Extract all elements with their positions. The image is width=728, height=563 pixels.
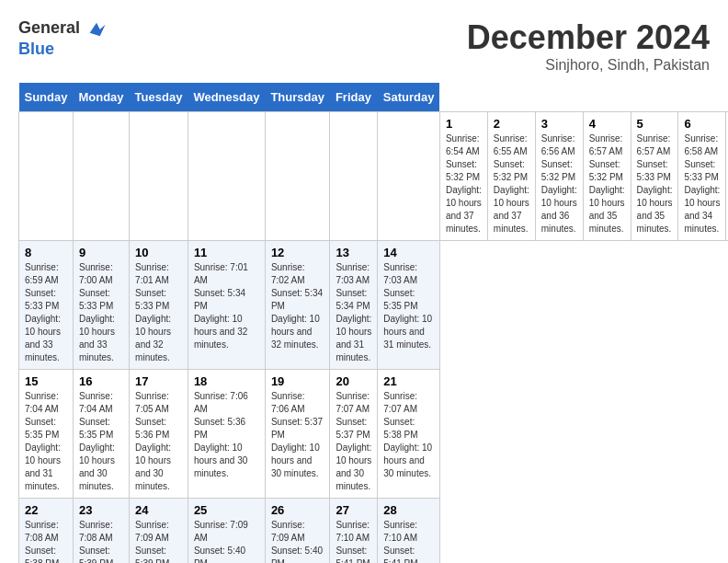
table-row: 16Sunrise: 7:04 AMSunset: 5:35 PMDayligh… xyxy=(73,370,129,499)
table-row: 18Sunrise: 7:06 AMSunset: 5:36 PMDayligh… xyxy=(188,370,265,499)
table-row: 5Sunrise: 6:57 AMSunset: 5:33 PMDaylight… xyxy=(631,112,678,241)
day-info: Sunrise: 6:54 AMSunset: 5:32 PMDaylight:… xyxy=(446,132,482,236)
table-row: 2Sunrise: 6:55 AMSunset: 5:32 PMDaylight… xyxy=(487,112,535,241)
table-row: 13Sunrise: 7:03 AMSunset: 5:34 PMDayligh… xyxy=(330,241,378,370)
logo: General Blue xyxy=(18,18,107,59)
day-number: 17 xyxy=(135,374,182,388)
day-info: Sunrise: 6:57 AMSunset: 5:32 PMDaylight:… xyxy=(589,132,625,236)
day-number: 9 xyxy=(79,246,123,259)
day-number: 23 xyxy=(79,503,123,517)
day-number: 19 xyxy=(271,374,324,388)
table-row: 3Sunrise: 6:56 AMSunset: 5:32 PMDaylight… xyxy=(535,112,583,241)
day-info: Sunrise: 7:10 AMSunset: 5:41 PMDaylight:… xyxy=(336,519,371,563)
day-number: 21 xyxy=(383,374,434,388)
day-info: Sunrise: 7:07 AMSunset: 5:38 PMDaylight:… xyxy=(383,390,434,480)
svg-marker-0 xyxy=(89,22,105,36)
day-number: 28 xyxy=(383,503,434,517)
logo-blue-text: Blue xyxy=(18,40,107,59)
col-wednesday: Wednesday xyxy=(188,83,265,112)
col-sunday: Sunday xyxy=(19,83,74,112)
col-monday: Monday xyxy=(73,83,129,112)
day-number: 24 xyxy=(135,503,182,517)
logo-bird-icon xyxy=(86,19,107,40)
day-number: 3 xyxy=(541,117,577,131)
day-info: Sunrise: 7:03 AMSunset: 5:34 PMDaylight:… xyxy=(336,261,371,364)
logo-general: General xyxy=(18,18,107,40)
header-row: Sunday Monday Tuesday Wednesday Thursday… xyxy=(19,83,729,112)
logo-general-text: General xyxy=(18,18,80,37)
day-info: Sunrise: 7:07 AMSunset: 5:37 PMDaylight:… xyxy=(336,390,371,493)
day-number: 8 xyxy=(25,246,67,259)
calendar-week-row: 22Sunrise: 7:08 AMSunset: 5:38 PMDayligh… xyxy=(19,499,729,564)
calendar-table: Sunday Monday Tuesday Wednesday Thursday… xyxy=(18,83,728,563)
day-number: 25 xyxy=(194,503,259,517)
table-row xyxy=(19,112,74,241)
table-row: 11Sunrise: 7:01 AMSunset: 5:34 PMDayligh… xyxy=(188,241,265,370)
day-info: Sunrise: 6:59 AMSunset: 5:33 PMDaylight:… xyxy=(25,261,67,364)
table-row xyxy=(188,112,265,241)
day-info: Sunrise: 6:55 AMSunset: 5:32 PMDaylight:… xyxy=(494,132,529,236)
day-info: Sunrise: 7:10 AMSunset: 5:41 PMDaylight:… xyxy=(383,519,434,563)
day-number: 20 xyxy=(336,374,371,388)
calendar-week-row: 1Sunrise: 6:54 AMSunset: 5:32 PMDaylight… xyxy=(19,112,729,241)
day-info: Sunrise: 7:08 AMSunset: 5:39 PMDaylight:… xyxy=(79,519,123,563)
day-number: 6 xyxy=(684,117,720,131)
day-info: Sunrise: 7:09 AMSunset: 5:39 PMDaylight:… xyxy=(135,519,182,563)
day-info: Sunrise: 6:56 AMSunset: 5:32 PMDaylight:… xyxy=(541,132,577,236)
table-row: 26Sunrise: 7:09 AMSunset: 5:40 PMDayligh… xyxy=(265,499,330,564)
day-number: 18 xyxy=(194,374,259,388)
table-row: 24Sunrise: 7:09 AMSunset: 5:39 PMDayligh… xyxy=(130,499,188,564)
day-info: Sunrise: 7:09 AMSunset: 5:40 PMDaylight:… xyxy=(271,519,324,563)
table-row: 10Sunrise: 7:01 AMSunset: 5:33 PMDayligh… xyxy=(130,241,188,370)
day-number: 5 xyxy=(637,117,673,131)
table-row: 22Sunrise: 7:08 AMSunset: 5:38 PMDayligh… xyxy=(19,499,74,564)
table-row: 14Sunrise: 7:03 AMSunset: 5:35 PMDayligh… xyxy=(378,241,440,370)
day-number: 1 xyxy=(446,117,482,131)
table-row xyxy=(378,112,440,241)
day-info: Sunrise: 7:04 AMSunset: 5:35 PMDaylight:… xyxy=(25,390,67,493)
table-row: 6Sunrise: 6:58 AMSunset: 5:33 PMDaylight… xyxy=(678,112,726,241)
col-thursday: Thursday xyxy=(265,83,330,112)
location-title: Sinjhoro, Sindh, Pakistan xyxy=(467,57,710,74)
day-number: 15 xyxy=(25,374,67,388)
table-row xyxy=(330,112,378,241)
day-number: 22 xyxy=(25,503,67,517)
day-info: Sunrise: 7:01 AMSunset: 5:33 PMDaylight:… xyxy=(135,261,182,364)
table-row: 27Sunrise: 7:10 AMSunset: 5:41 PMDayligh… xyxy=(330,499,378,564)
logo-text: General Blue xyxy=(18,18,107,59)
day-info: Sunrise: 7:08 AMSunset: 5:38 PMDaylight:… xyxy=(25,519,67,563)
day-number: 26 xyxy=(271,503,324,517)
day-number: 4 xyxy=(589,117,625,131)
day-number: 12 xyxy=(271,246,324,259)
calendar-week-row: 15Sunrise: 7:04 AMSunset: 5:35 PMDayligh… xyxy=(19,370,729,499)
day-info: Sunrise: 7:00 AMSunset: 5:33 PMDaylight:… xyxy=(79,261,123,364)
day-number: 10 xyxy=(135,246,182,259)
header: General Blue December 2024 Sinjhoro, Sin… xyxy=(18,18,710,74)
table-row: 23Sunrise: 7:08 AMSunset: 5:39 PMDayligh… xyxy=(73,499,129,564)
table-row: 19Sunrise: 7:06 AMSunset: 5:37 PMDayligh… xyxy=(265,370,330,499)
table-row: 1Sunrise: 6:54 AMSunset: 5:32 PMDaylight… xyxy=(439,112,487,241)
table-row: 17Sunrise: 7:05 AMSunset: 5:36 PMDayligh… xyxy=(130,370,188,499)
day-info: Sunrise: 7:06 AMSunset: 5:36 PMDaylight:… xyxy=(194,390,259,480)
day-info: Sunrise: 7:03 AMSunset: 5:35 PMDaylight:… xyxy=(383,261,434,351)
col-friday: Friday xyxy=(330,83,378,112)
day-number: 13 xyxy=(336,246,371,259)
table-row: 12Sunrise: 7:02 AMSunset: 5:34 PMDayligh… xyxy=(265,241,330,370)
col-saturday: Saturday xyxy=(378,83,440,112)
day-number: 16 xyxy=(79,374,123,388)
title-area: December 2024 Sinjhoro, Sindh, Pakistan xyxy=(467,18,710,74)
day-info: Sunrise: 7:02 AMSunset: 5:34 PMDaylight:… xyxy=(271,261,324,351)
day-info: Sunrise: 6:58 AMSunset: 5:33 PMDaylight:… xyxy=(684,132,720,236)
calendar-week-row: 8Sunrise: 6:59 AMSunset: 5:33 PMDaylight… xyxy=(19,241,729,370)
table-row: 20Sunrise: 7:07 AMSunset: 5:37 PMDayligh… xyxy=(330,370,378,499)
table-row: 8Sunrise: 6:59 AMSunset: 5:33 PMDaylight… xyxy=(19,241,74,370)
table-row: 25Sunrise: 7:09 AMSunset: 5:40 PMDayligh… xyxy=(188,499,265,564)
day-number: 11 xyxy=(194,246,259,259)
day-info: Sunrise: 7:01 AMSunset: 5:34 PMDaylight:… xyxy=(194,261,259,351)
table-row: 21Sunrise: 7:07 AMSunset: 5:38 PMDayligh… xyxy=(378,370,440,499)
day-info: Sunrise: 7:09 AMSunset: 5:40 PMDaylight:… xyxy=(194,519,259,563)
day-number: 14 xyxy=(383,246,434,259)
table-row xyxy=(130,112,188,241)
table-row xyxy=(265,112,330,241)
table-row: 9Sunrise: 7:00 AMSunset: 5:33 PMDaylight… xyxy=(73,241,129,370)
